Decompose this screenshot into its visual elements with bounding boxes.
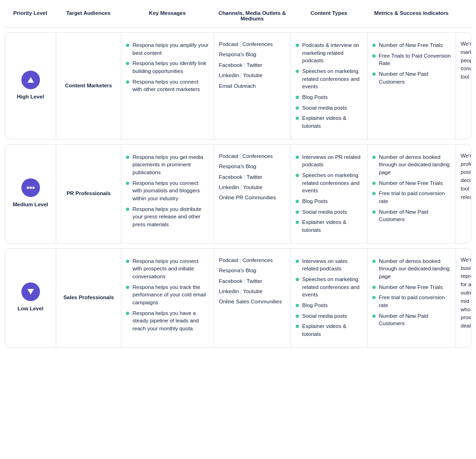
metric-item-2-2: Free trial to paid conversion rate — [372, 292, 451, 310]
content-type-item-2-3: Social media posts — [296, 311, 363, 321]
content-type-item-1-2: Blog Posts — [296, 196, 363, 207]
priority-label-1: Medium Level — [13, 201, 48, 209]
channel-line-1-0: Podcast|Conferences — [219, 152, 286, 160]
key-message-item-2-2: Respona helps you have a steady pipeline… — [126, 308, 209, 334]
content-type-item-1-4: Explainer videos & tutorials — [296, 217, 363, 235]
notes-text-1: We're looking mostly for PR professional… — [461, 152, 471, 202]
channel-line-1-3: Linkedin|Youtube — [219, 183, 286, 191]
channel-line-0-3: Linkedin|Youtube — [219, 71, 286, 79]
channel-line-2-4: Online Sales Communities — [219, 297, 286, 306]
content-type-item-0-4: Explainer videos & tutorials — [296, 113, 363, 131]
metric-item-1-2: Free trial to paid conversion rate — [372, 188, 451, 206]
priority-icon-1 — [21, 178, 40, 197]
content-type-item-2-2: Blog Posts — [296, 300, 363, 311]
content-types-cell-2: Interviews on sales related podcastsSpee… — [291, 249, 368, 347]
key-messages-cell-0: Respona helps you amplify your best cont… — [121, 33, 214, 139]
metric-item-0-2: Number of New Paid Customers — [372, 69, 451, 87]
header-cell-6: Notes — [456, 8, 476, 23]
metric-item-1-3: Number of New Paid Customers — [372, 207, 451, 225]
audience-label-1: PR Professionals — [66, 190, 111, 197]
notes-text-0: We're looking mostly for content markete… — [461, 40, 471, 81]
audience-label-2: Sales Professionals — [63, 294, 114, 302]
audience-cell-1: PR Professionals — [56, 144, 121, 243]
notes-text-2: We're looking mostly for business develo… — [461, 256, 471, 330]
key-message-item-0-2: Respona helps you connect with other con… — [126, 77, 209, 95]
metric-item-1-1: Number of New Free Trials — [372, 178, 451, 189]
content-type-item-0-3: Social media posts — [296, 103, 363, 113]
priority-cell-1: Medium Level — [5, 144, 56, 243]
key-message-item-2-1: Respona helps you track the performance … — [126, 282, 209, 308]
content-type-item-0-1: Speeches on marketing related conference… — [296, 66, 363, 92]
priority-label-2: Low Level — [18, 305, 44, 313]
channel-line-1-1: Respona's Blog — [219, 162, 286, 170]
channels-cell-1: Podcast|ConferencesRespona's BlogFaceboo… — [214, 144, 291, 243]
priority-cell-0: High Level — [5, 33, 56, 139]
content-type-item-2-0: Interviews on sales related podcasts — [296, 256, 363, 274]
priority-label-0: High Level — [17, 93, 44, 101]
metric-item-2-3: Number of New Paid Customers — [372, 311, 451, 329]
content-type-item-0-2: Blog Posts — [296, 92, 363, 103]
audience-label-0: Content Marketers — [65, 82, 112, 90]
svg-marker-0 — [27, 77, 34, 83]
channels-cell-0: Podcast|ConferencesRespona's BlogFaceboo… — [214, 33, 291, 139]
priority-icon-2 — [21, 282, 40, 301]
channel-line-1-2: Facebook|Twitter — [219, 173, 286, 181]
channel-line-0-1: Respona's Blog — [219, 50, 286, 59]
priority-cell-2: Low Level — [5, 249, 56, 347]
channel-line-0-2: Facebook|Twitter — [219, 61, 286, 69]
header-cell-3: Channels, Media Outlets & Mediums — [214, 8, 291, 23]
channel-line-2-3: Linkedin|Youtube — [219, 287, 286, 295]
content-type-item-1-1: Speeches on marketing related conference… — [296, 170, 363, 196]
key-message-item-0-0: Respona helps you amplify your best cont… — [126, 40, 209, 58]
audience-cell-2: Sales Professionals — [56, 249, 121, 347]
metric-item-0-1: Free Trials to Paid Conversion Rate — [372, 51, 451, 69]
header-cell-0: Priority Level — [5, 8, 56, 23]
channels-cell-2: Podcast|ConferencesRespona's BlogFaceboo… — [214, 249, 291, 347]
content-types-cell-0: Podcasts & interview on marketing relate… — [291, 33, 368, 139]
notes-cell-0: We're looking mostly for content markete… — [456, 33, 471, 139]
content-type-item-0-0: Podcasts & interview on marketing relate… — [296, 40, 363, 66]
content-type-item-1-0: Interviews on PR related podcasts — [296, 152, 363, 170]
header-cell-5: Metrics & Success Indicators — [367, 8, 456, 23]
table-row-1: Medium LevelPR ProfessionalsRespona help… — [5, 144, 471, 243]
table-row-2: Low LevelSales ProfessionalsRespona help… — [5, 248, 471, 348]
svg-point-1 — [26, 187, 29, 189]
metric-item-2-0: Number of demos booked through our dedic… — [372, 256, 451, 282]
main-table: Priority LevelTarget AudiencesKey Messag… — [0, 0, 476, 357]
key-messages-cell-1: Respona helps you get media placements i… — [121, 144, 214, 243]
metric-item-0-0: Number of New Free Trials — [372, 40, 451, 51]
metrics-cell-2: Number of demos booked through our dedic… — [368, 249, 456, 347]
content-type-item-2-1: Speeches on marketing related conference… — [296, 274, 363, 300]
channel-line-2-2: Facebook|Twitter — [219, 277, 286, 285]
key-message-item-1-0: Respona helps you get media placements i… — [126, 152, 209, 178]
key-message-item-2-0: Respona helps you connect with prospects… — [126, 256, 209, 282]
channel-line-0-4: Email Outreach — [219, 82, 286, 90]
svg-point-2 — [29, 187, 32, 189]
svg-point-3 — [32, 187, 34, 189]
header-cell-4: Content Types — [291, 8, 367, 23]
content-type-item-1-3: Social media posts — [296, 207, 363, 217]
channel-line-2-0: Podcast|Conferences — [219, 256, 286, 264]
metrics-cell-1: Number of demos booked through our dedic… — [368, 144, 456, 243]
key-message-item-1-1: Respona helps you connect with journalis… — [126, 178, 209, 204]
channel-line-0-0: Podcast|Conferences — [219, 40, 286, 48]
channel-line-2-1: Respona's Blog — [219, 266, 286, 275]
header-cell-1: Target Audiences — [56, 8, 121, 23]
audience-cell-0: Content Marketers — [56, 33, 121, 139]
notes-cell-1: We're looking mostly for PR professional… — [456, 144, 471, 243]
svg-marker-4 — [27, 289, 34, 295]
header-cell-2: Key Messages — [121, 8, 214, 23]
metric-item-2-1: Number of New Free Trials — [372, 282, 451, 293]
priority-icon-0 — [21, 71, 40, 89]
content-type-item-2-4: Explainer videos & tutorials — [296, 321, 363, 339]
table-row-0: High LevelContent MarketersRespona helps… — [5, 32, 471, 139]
key-message-item-1-2: Respona helps you distribute your press … — [126, 204, 209, 230]
table-header: Priority LevelTarget AudiencesKey Messag… — [5, 5, 471, 27]
metric-item-1-0: Number of demos booked through our dedic… — [372, 152, 451, 178]
metrics-cell-0: Number of New Free TrialsFree Trials to … — [368, 33, 456, 139]
channel-line-1-4: Online PR Communities — [219, 193, 286, 202]
notes-cell-2: We're looking mostly for business develo… — [456, 249, 471, 347]
key-message-item-0-1: Respona helps you identify link building… — [126, 58, 209, 76]
content-types-cell-1: Interviews on PR related podcastsSpeeche… — [291, 144, 368, 243]
key-messages-cell-2: Respona helps you connect with prospects… — [121, 249, 214, 347]
